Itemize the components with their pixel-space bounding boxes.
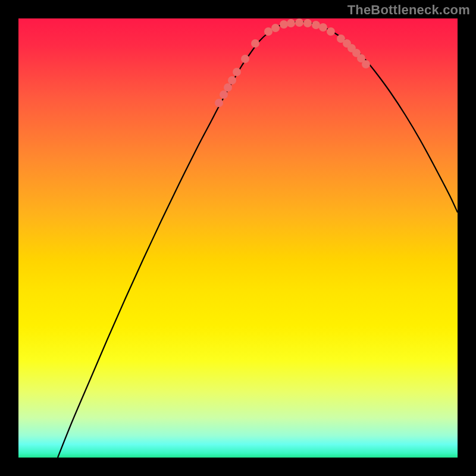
curve-marker [271, 24, 280, 32]
curve-marker [303, 19, 312, 27]
bottleneck-curve [58, 22, 458, 458]
curve-marker [280, 20, 288, 29]
curve-layer [18, 18, 458, 458]
curve-markers [215, 18, 370, 107]
curve-marker [319, 23, 327, 32]
curve-marker [287, 19, 295, 27]
curve-marker [228, 76, 236, 84]
curve-marker [224, 83, 232, 92]
curve-marker [312, 21, 320, 29]
curve-marker [251, 39, 259, 48]
curve-marker [233, 68, 241, 76]
curve-marker [362, 60, 370, 68]
curve-marker [295, 18, 303, 27]
curve-marker [220, 90, 228, 99]
curve-marker [264, 27, 273, 36]
curve-marker [327, 27, 335, 36]
chart-frame: TheBottleneck.com [0, 0, 476, 476]
curve-marker [241, 55, 249, 63]
watermark-text: TheBottleneck.com [347, 2, 470, 18]
curve-marker [215, 99, 223, 107]
